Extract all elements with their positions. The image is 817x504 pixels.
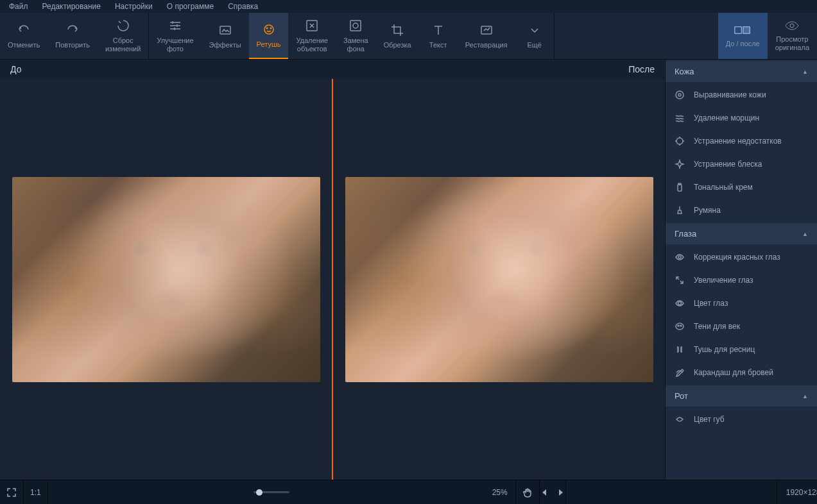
- redo-button[interactable]: Повторить: [47, 13, 98, 59]
- menu-about[interactable]: О программе: [160, 0, 220, 13]
- compare-view: [0, 79, 665, 480]
- section-mouth-title: Рот: [675, 391, 688, 401]
- sparkle-icon: [675, 159, 685, 169]
- zoom-slider[interactable]: [254, 491, 289, 493]
- svg-rect-5: [350, 21, 361, 31]
- fullscreen-button[interactable]: [0, 480, 24, 504]
- eye-enlargement[interactable]: Увеличение глаз: [666, 269, 817, 292]
- before-after-toggle[interactable]: До / после: [718, 13, 768, 59]
- text-button[interactable]: Текст: [419, 13, 458, 59]
- svg-point-17: [678, 302, 682, 305]
- enhance-label: Улучшениефото: [157, 37, 193, 53]
- svg-point-13: [676, 138, 683, 144]
- toolbar: Отменить Повторить Сбросизменений Улучше…: [0, 13, 817, 60]
- section-mouth[interactable]: Рот ▲: [666, 385, 817, 407]
- sliders-icon: [168, 19, 182, 33]
- svg-point-1: [264, 25, 273, 34]
- chevron-up-icon: ▲: [802, 231, 808, 237]
- menu-edit[interactable]: Редактирование: [36, 0, 107, 13]
- svg-rect-8: [735, 26, 741, 33]
- prev-button[interactable]: [540, 488, 549, 497]
- reset-button[interactable]: Сбросизменений: [98, 13, 148, 59]
- svg-point-20: [680, 325, 682, 326]
- redo-icon: [65, 23, 80, 37]
- mascara-icon: [675, 344, 685, 355]
- restore-icon: [479, 23, 494, 37]
- navigation-controls: [540, 488, 565, 497]
- svg-point-3: [270, 28, 271, 28]
- pencil-icon: [675, 367, 685, 378]
- background-label: Заменафона: [343, 37, 368, 53]
- dimensions-text: 1920×1280: [786, 488, 817, 497]
- remove-objects-button[interactable]: Удалениеобъектов: [288, 13, 336, 59]
- remove-label: Удалениеобъектов: [296, 37, 328, 53]
- shine-removal[interactable]: Устранение блеска: [666, 153, 817, 176]
- blush[interactable]: Румяна: [666, 199, 817, 222]
- lip-color[interactable]: Цвет губ: [666, 408, 817, 431]
- before-photo: [12, 177, 320, 382]
- undo-button[interactable]: Отменить: [0, 13, 47, 59]
- change-background-button[interactable]: Заменафона: [336, 13, 376, 59]
- svg-rect-14: [678, 185, 682, 191]
- eyeshadow[interactable]: Тени для век: [666, 315, 817, 338]
- text-icon: [431, 23, 445, 37]
- view-original-label: Просмотроригинала: [775, 35, 809, 51]
- skin-smoothing[interactable]: Выравнивание кожи: [666, 83, 817, 106]
- enhance-button[interactable]: Улучшениефото: [149, 13, 201, 59]
- reset-icon: [116, 19, 130, 33]
- crop-button[interactable]: Обрезка: [376, 13, 419, 59]
- section-skin[interactable]: Кожа ▲: [666, 61, 817, 82]
- foundation[interactable]: Тональный крем: [666, 176, 817, 199]
- content: До После Кожа ▲ Выравнивание кожи Удален…: [0, 60, 817, 480]
- delete-button[interactable]: [565, 480, 777, 504]
- zoom-1to1-button[interactable]: 1:1: [24, 480, 48, 504]
- crop-label: Обрезка: [384, 41, 411, 49]
- eye-color[interactable]: Цвет глаз: [666, 292, 817, 315]
- menu-settings[interactable]: Настройки: [108, 0, 159, 13]
- eyes-tools: Коррекция красных глаз Увеличение глаз Ц…: [666, 246, 817, 384]
- menu-file[interactable]: Файл: [3, 0, 35, 13]
- effects-label: Эффекты: [209, 41, 241, 49]
- svg-point-16: [678, 256, 681, 258]
- zoom-thumb[interactable]: [256, 489, 262, 496]
- reset-label: Сбросизменений: [105, 37, 141, 53]
- retouch-button[interactable]: Ретушь: [249, 13, 289, 59]
- before-pane[interactable]: [0, 79, 332, 480]
- undo-label: Отменить: [8, 41, 40, 49]
- retouch-sidebar: Кожа ▲ Выравнивание кожи Удаление морщин…: [665, 60, 817, 480]
- image-dimensions: 1920×1280: [777, 480, 817, 504]
- eyebrow-pencil[interactable]: Карандаш для бровей: [666, 361, 817, 384]
- restore-button[interactable]: Реставрация: [458, 13, 515, 59]
- section-eyes[interactable]: Глаза ▲: [666, 223, 817, 244]
- blemish-removal[interactable]: Устранение недостатков: [666, 130, 817, 153]
- retouch-label: Ретушь: [257, 40, 281, 49]
- effects-button[interactable]: Эффекты: [202, 13, 249, 59]
- next-button[interactable]: [556, 488, 565, 497]
- bottle-icon: [675, 182, 685, 192]
- hand-icon: [522, 487, 533, 498]
- expand-icon: [675, 275, 685, 285]
- mascara[interactable]: Тушь для ресниц: [666, 338, 817, 361]
- menu-help[interactable]: Справка: [221, 0, 264, 13]
- waves-icon: [675, 113, 685, 123]
- section-eyes-title: Глаза: [675, 229, 696, 239]
- wrinkle-removal[interactable]: Удаление морщин: [666, 106, 817, 130]
- svg-point-10: [790, 24, 794, 28]
- svg-point-12: [678, 94, 681, 96]
- eraser-icon: [305, 19, 319, 33]
- hand-tool-button[interactable]: [516, 480, 540, 504]
- undo-icon: [17, 23, 31, 37]
- compare-header: До После: [0, 60, 665, 79]
- text-label: Текст: [429, 41, 447, 49]
- face-icon: [262, 22, 276, 37]
- eye-icon: [784, 20, 800, 31]
- chevron-up-icon: ▲: [802, 69, 808, 75]
- crop-icon: [390, 23, 404, 37]
- after-pane[interactable]: [333, 79, 665, 480]
- red-eye-correction[interactable]: Коррекция красных глаз: [666, 246, 817, 269]
- restore-label: Реставрация: [465, 41, 508, 49]
- more-button[interactable]: Ещё: [515, 13, 554, 59]
- svg-point-18: [676, 323, 684, 330]
- palette-icon: [675, 321, 685, 332]
- view-original-button[interactable]: Просмотроригинала: [768, 13, 817, 59]
